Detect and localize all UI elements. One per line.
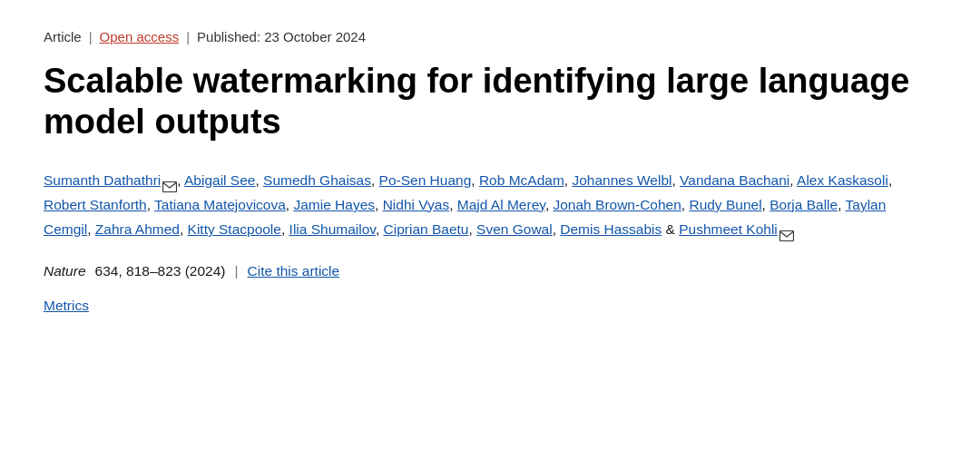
- author-link[interactable]: Sven Gowal: [476, 221, 553, 237]
- cite-separator: |: [235, 263, 239, 279]
- meta-separator-2: |: [186, 29, 190, 44]
- author-link[interactable]: Rudy Bunel: [689, 197, 761, 212]
- citation-line: Nature 634, 818–823 (2024) | Cite this a…: [44, 263, 936, 279]
- author-link[interactable]: Tatiana Matejovicova: [154, 197, 286, 212]
- author-link[interactable]: Sumedh Ghaisas: [263, 172, 371, 188]
- article-title: Scalable watermarking for identifying la…: [44, 61, 933, 142]
- author-link[interactable]: Nidhi Vyas: [383, 197, 450, 212]
- author-link[interactable]: Jonah Brown-Cohen: [554, 197, 681, 212]
- email-icon: [162, 175, 177, 186]
- author-link[interactable]: Sumanth Dathathri: [44, 172, 161, 188]
- email-icon: [779, 224, 794, 235]
- author-link[interactable]: Kitty Stacpoole: [188, 221, 281, 237]
- author-link[interactable]: Vandana Bachani: [680, 172, 789, 188]
- article-type: Article: [44, 29, 82, 44]
- authors-block: Sumanth Dathathri, Abigail See, Sumedh G…: [44, 168, 936, 241]
- published-date: Published: 23 October 2024: [197, 29, 366, 44]
- citation-details: 634, 818–823 (2024): [95, 263, 226, 279]
- author-link[interactable]: Rob McAdam: [479, 172, 564, 188]
- author-link[interactable]: Ciprian Baetu: [384, 221, 469, 237]
- author-link[interactable]: Demis Hassabis: [560, 221, 662, 237]
- meta-separator-1: |: [89, 29, 93, 44]
- author-link[interactable]: Borja Balle: [769, 197, 838, 212]
- author-link[interactable]: Johannes Welbl: [572, 172, 671, 188]
- author-link[interactable]: Majd Al Merey: [457, 197, 545, 212]
- author-link[interactable]: Ilia Shumailov: [289, 221, 376, 237]
- author-link[interactable]: Robert Stanforth: [44, 197, 147, 212]
- author-link[interactable]: Alex Kaskasoli: [797, 172, 888, 188]
- meta-line: Article | Open access | Published: 23 Oc…: [44, 29, 936, 44]
- open-access-link[interactable]: Open access: [100, 29, 180, 44]
- journal-name: Nature: [44, 263, 86, 279]
- author-link[interactable]: Pushmeet Kohli: [679, 221, 778, 237]
- author-link[interactable]: Zahra Ahmed: [95, 221, 180, 237]
- author-link[interactable]: Po-Sen Huang: [379, 172, 472, 188]
- author-link[interactable]: Jamie Hayes: [293, 197, 375, 212]
- author-link[interactable]: Abigail See: [184, 172, 255, 188]
- metrics-link[interactable]: Metrics: [44, 298, 89, 313]
- cite-this-article-link[interactable]: Cite this article: [248, 263, 340, 279]
